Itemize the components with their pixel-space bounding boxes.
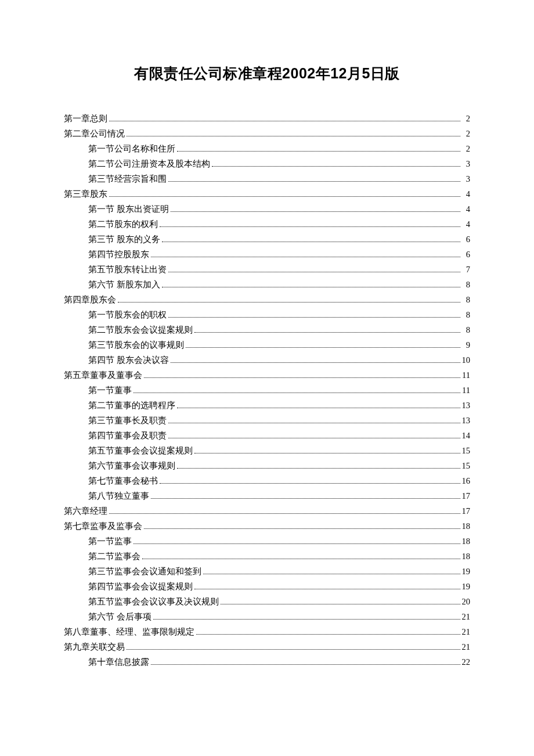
toc-entry-label: 第二章公司情况 <box>64 129 125 138</box>
toc-entry: 第六章经理17 <box>64 503 470 519</box>
toc-leader-dots <box>168 181 460 182</box>
toc-leader-dots <box>171 362 460 363</box>
toc-leader-dots <box>186 347 460 348</box>
toc-entry: 第四节 股东会决议容10 <box>64 352 470 368</box>
toc-entry-label: 第七章监事及监事会 <box>64 522 142 531</box>
toc-leader-dots <box>160 226 460 227</box>
toc-entry-page: 17 <box>462 492 471 501</box>
toc-entry: 第四节监事会会议提案规则19 <box>64 579 470 594</box>
toc-leader-dots <box>151 257 460 257</box>
toc-leader-dots <box>194 453 460 453</box>
toc-entry: 第八节独立董事17 <box>64 488 470 503</box>
toc-entry: 第五章董事及董事会11 <box>64 368 470 383</box>
toc-entry-label: 第五节股东转让出资 <box>88 265 167 274</box>
toc-entry: 第二节公司注册资本及股本结构3 <box>64 156 470 171</box>
document-title: 有限责任公司标准章程2002年12月5日版 <box>64 64 470 83</box>
toc-entry-label: 第八章董事、经理、监事限制规定 <box>64 628 194 636</box>
toc-entry-label: 第三节经营宗旨和围 <box>88 175 167 183</box>
toc-entry-label: 第一节股东会的职权 <box>88 311 167 319</box>
toc-entry-page: 18 <box>462 522 471 531</box>
toc-entry-label: 第二节监事会 <box>88 552 140 561</box>
toc-leader-dots <box>168 438 460 438</box>
toc-leader-dots <box>221 604 460 604</box>
toc-entry: 第二节董事的选聘程序13 <box>64 398 470 413</box>
toc-entry: 第六节 会后事项21 <box>64 609 470 624</box>
toc-entry: 第五节董事会会议提案规则15 <box>64 443 470 458</box>
toc-entry-label: 第七节董事会秘书 <box>88 477 158 485</box>
toc-entry: 第六节董事会议事规则15 <box>64 458 470 473</box>
toc-entry-label: 第四节监事会会议提案规则 <box>88 582 193 591</box>
toc-entry-page: 13 <box>462 401 471 410</box>
toc-entry-page: 6 <box>462 250 470 259</box>
toc-entry-page: 2 <box>462 114 470 123</box>
toc-leader-dots <box>168 423 460 423</box>
toc-entry-label: 第一节 股东出资证明 <box>88 205 169 214</box>
toc-leader-dots <box>171 211 460 212</box>
toc-entry-page: 3 <box>462 160 470 168</box>
toc-leader-dots <box>194 332 460 333</box>
toc-entry-page: 18 <box>462 537 471 546</box>
toc-entry-label: 第四章股东会 <box>64 296 116 304</box>
toc-entry: 第二节股东的权利4 <box>64 217 470 232</box>
toc-entry-label: 第二节股东会会议提案规则 <box>88 326 193 334</box>
toc-entry-label: 第八节独立董事 <box>88 492 149 501</box>
toc-entry-label: 第六节董事会议事规则 <box>88 462 175 470</box>
toc-entry-label: 第一节公司名称和住所 <box>88 145 175 153</box>
toc-entry: 第五节监事会会议议事及决议规则20 <box>64 594 470 609</box>
toc-entry: 第三节经营宗旨和围3 <box>64 171 470 186</box>
toc-entry-label: 第二节董事的选聘程序 <box>88 401 175 410</box>
toc-leader-dots <box>134 393 460 393</box>
toc-entry: 第八章董事、经理、监事限制规定21 <box>64 624 470 639</box>
toc-leader-dots <box>177 408 460 408</box>
document-page: 有限责任公司标准章程2002年12月5日版 第一章总则2第二章公司情况2第一节公… <box>0 0 534 756</box>
toc-leader-dots <box>177 468 460 469</box>
toc-entry-label: 第四节控股股东 <box>88 250 149 259</box>
toc-entry-label: 第三节股东会的议事规则 <box>88 341 184 350</box>
toc-entry-label: 第六章经理 <box>64 507 107 516</box>
toc-entry-page: 11 <box>462 371 470 380</box>
toc-entry-page: 2 <box>462 145 470 153</box>
toc-entry-label: 第五节董事会会议提案规则 <box>88 447 193 455</box>
toc-leader-dots <box>162 242 460 242</box>
toc-entry-label: 第一节董事 <box>88 386 132 395</box>
toc-entry-label: 第四节 股东会决议容 <box>88 356 169 365</box>
toc-entry-page: 3 <box>462 175 470 183</box>
toc-entry-label: 第六节 会后事项 <box>88 613 151 621</box>
toc-leader-dots <box>196 634 460 635</box>
toc-leader-dots <box>203 574 460 574</box>
toc-leader-dots <box>127 136 460 136</box>
toc-entry: 第一节公司名称和住所2 <box>64 141 470 156</box>
toc-entry: 第三节董事长及职责13 <box>64 413 470 428</box>
toc-entry-label: 第二节股东的权利 <box>88 220 158 229</box>
toc-entry-label: 第三节董事长及职责 <box>88 416 167 425</box>
toc-entry-page: 7 <box>462 265 470 274</box>
toc-entry-page: 8 <box>462 326 470 334</box>
table-of-contents: 第一章总则2第二章公司情况2第一节公司名称和住所2第二节公司注册资本及股本结构3… <box>64 111 470 669</box>
toc-entry-page: 18 <box>462 552 471 561</box>
toc-entry-label: 第二节公司注册资本及股本结构 <box>88 160 210 168</box>
toc-entry-label: 第三章股东 <box>64 190 107 199</box>
toc-entry: 第一节 股东出资证明4 <box>64 201 470 217</box>
toc-leader-dots <box>109 121 460 121</box>
toc-entry-page: 22 <box>462 658 471 667</box>
toc-entry-page: 4 <box>462 205 470 214</box>
toc-entry-page: 21 <box>462 613 471 621</box>
toc-entry-page: 19 <box>462 582 471 591</box>
toc-leader-dots <box>194 589 460 589</box>
toc-entry-page: 10 <box>462 356 471 365</box>
toc-leader-dots <box>118 302 460 303</box>
toc-entry-label: 第九章关联交易 <box>64 643 125 651</box>
toc-entry-page: 8 <box>462 311 470 319</box>
toc-leader-dots <box>142 559 460 559</box>
toc-entry: 第二节监事会18 <box>64 549 470 564</box>
toc-entry: 第一节董事11 <box>64 383 470 398</box>
toc-entry-label: 第四节董事会及职责 <box>88 431 167 440</box>
toc-leader-dots <box>177 151 460 152</box>
toc-entry-page: 13 <box>462 416 471 425</box>
toc-entry-page: 20 <box>462 597 471 606</box>
toc-entry-page: 8 <box>462 296 470 304</box>
toc-entry: 第十章信息披露22 <box>64 654 470 669</box>
toc-entry: 第五节股东转让出资7 <box>64 262 470 277</box>
toc-leader-dots <box>212 166 460 167</box>
toc-entry-page: 4 <box>462 190 470 199</box>
